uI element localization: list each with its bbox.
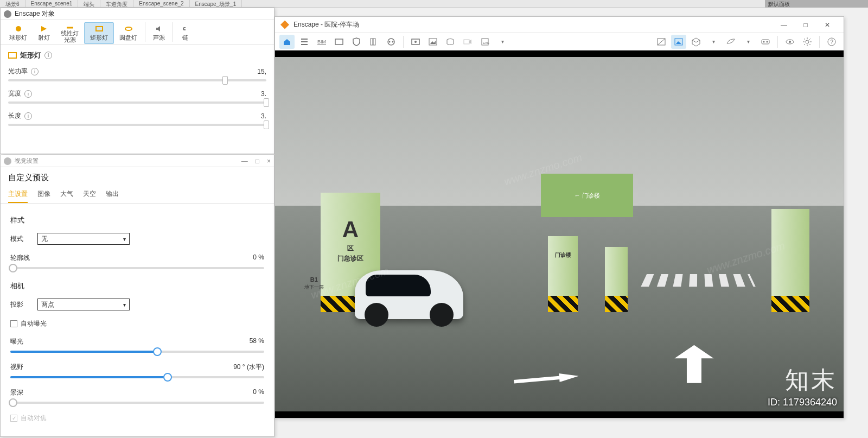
svg-rect-5 <box>301 39 308 40</box>
screenshot-button[interactable] <box>408 35 423 49</box>
tab-atmosphere[interactable]: 大气 <box>60 186 73 203</box>
svg-line-23 <box>658 39 665 45</box>
slider-thumb[interactable] <box>264 120 269 129</box>
close-button[interactable]: × <box>267 157 271 165</box>
image-on-icon <box>674 37 684 47</box>
link-button[interactable]: 链 <box>175 22 195 44</box>
power-slider[interactable] <box>8 79 266 81</box>
light-linear-button[interactable]: 线性灯 光源 <box>55 22 84 44</box>
mono-pano-button[interactable] <box>443 35 458 49</box>
slider-thumb[interactable] <box>9 398 17 407</box>
bim-button[interactable]: BIM <box>314 35 329 49</box>
exposure-slider[interactable] <box>10 351 264 353</box>
collab-button[interactable] <box>349 35 364 49</box>
visual-tabs: 主设置 图像 大气 天空 输出 <box>1 186 274 204</box>
image-off-button[interactable] <box>654 35 669 49</box>
view-dropdown[interactable]: ▾ <box>706 35 721 49</box>
slider-thumb[interactable] <box>163 373 172 382</box>
info-icon[interactable]: i <box>24 90 32 98</box>
asset-library-button[interactable] <box>366 35 381 49</box>
info-icon[interactable]: i <box>44 52 52 59</box>
spot-light-icon <box>40 24 48 33</box>
objects-titlebar[interactable]: Enscape 对象 <box>1 8 274 20</box>
tab[interactable]: Enscape_场景_1 <box>190 0 242 7</box>
auto-exposure-checkbox[interactable] <box>10 320 17 327</box>
slider-thumb[interactable] <box>222 76 228 85</box>
export-dropdown[interactable]: ▾ <box>495 35 510 49</box>
svg-rect-18 <box>464 40 469 44</box>
minimize-button[interactable]: — <box>773 18 795 32</box>
default-panel-label[interactable]: 默认面板 <box>765 0 868 8</box>
hazard-stripe <box>548 296 578 312</box>
svg-point-0 <box>16 26 21 31</box>
fov-slider[interactable] <box>10 376 264 378</box>
light-sphere-button[interactable]: 球形灯 <box>4 22 33 44</box>
light-spot-button[interactable]: 射灯 <box>33 22 55 44</box>
auto-exposure-row[interactable]: 自动曝光 <box>10 319 264 328</box>
mode-select[interactable]: 无 ▾ <box>37 233 130 245</box>
svg-point-13 <box>392 41 394 42</box>
svg-point-15 <box>414 41 417 43</box>
home-icon <box>282 37 292 47</box>
outline-slider[interactable] <box>10 267 264 269</box>
power-slider-row: 光功率 i 15, <box>8 67 266 81</box>
vr-button[interactable] <box>758 35 773 49</box>
light-disk-button[interactable]: 圆盘灯 <box>114 22 143 44</box>
info-icon[interactable]: i <box>24 112 32 120</box>
maximize-button[interactable]: □ <box>795 18 816 32</box>
tab-image[interactable]: 图像 <box>37 186 50 203</box>
close-button[interactable]: ✕ <box>816 18 838 32</box>
fly-dropdown[interactable]: ▾ <box>741 35 756 49</box>
render-viewport[interactable]: ← 门诊楼 A 区 门急诊区 B1 地下一层 门诊楼 <box>275 50 844 418</box>
section-title-text: 矩形灯 <box>20 50 41 60</box>
svg-rect-27 <box>762 40 769 44</box>
video-path-button[interactable] <box>384 35 399 49</box>
video-button[interactable] <box>460 35 475 49</box>
tab[interactable]: 端头 <box>78 0 100 7</box>
viewport-titlebar[interactable]: Enscape - 医院-停车场 — □ ✕ <box>275 17 844 33</box>
tab-output[interactable]: 输出 <box>106 186 119 203</box>
views-button[interactable] <box>297 35 312 49</box>
sound-source-button[interactable]: 声源 <box>148 22 170 44</box>
slider-thumb[interactable] <box>9 264 17 272</box>
tab[interactable]: 车道角度 <box>100 0 133 7</box>
enscape-logo-icon <box>280 21 289 29</box>
svg-point-12 <box>389 41 391 42</box>
fly-mode-button[interactable] <box>723 35 738 49</box>
tab-sky[interactable]: 天空 <box>83 186 96 203</box>
image-on-button[interactable] <box>671 35 686 49</box>
settings-button[interactable] <box>800 35 815 49</box>
projection-select[interactable]: 两点 ▾ <box>37 299 130 310</box>
auto-focus-row[interactable]: ✓ 自动对焦 <box>10 414 264 423</box>
slider-fill <box>10 376 168 378</box>
width-label: 宽度 <box>8 89 21 98</box>
chevron-down-icon: ▾ <box>123 236 126 242</box>
minimize-button[interactable]: — <box>241 157 248 165</box>
slider-thumb[interactable] <box>264 98 269 107</box>
scene-pillar-4 <box>771 209 809 312</box>
slider-thumb[interactable] <box>153 347 162 356</box>
info-icon[interactable]: i <box>31 68 39 75</box>
link-icon <box>181 24 189 33</box>
tab[interactable]: Enscape_scene1 <box>25 0 79 7</box>
tab[interactable]: 场景6 <box>0 0 25 7</box>
maximize-button[interactable]: □ <box>256 157 259 165</box>
tab[interactable]: Enscape_scene_2 <box>133 0 189 7</box>
fov-slider-row: 视野 90 ° (水平) <box>10 363 264 378</box>
view-mode-button[interactable] <box>688 35 704 49</box>
exe-export-button[interactable]: EXE <box>477 35 493 49</box>
visibility-button[interactable] <box>782 35 797 49</box>
visual-titlebar[interactable]: 视觉设置 — □ × <box>1 155 274 167</box>
help-button[interactable]: ? <box>824 35 839 49</box>
toolbar-separator <box>819 36 820 48</box>
safe-frame-button[interactable] <box>331 35 347 49</box>
auto-focus-checkbox[interactable]: ✓ <box>10 415 17 422</box>
tab-main[interactable]: 主设置 <box>8 186 28 203</box>
light-rect-button[interactable]: 矩形灯 <box>84 22 114 44</box>
length-slider[interactable] <box>8 124 266 126</box>
dof-slider[interactable] <box>10 402 264 404</box>
home-button[interactable] <box>279 35 295 49</box>
image-button[interactable] <box>425 35 441 49</box>
width-slider[interactable] <box>8 101 266 104</box>
frame-icon <box>334 37 344 47</box>
